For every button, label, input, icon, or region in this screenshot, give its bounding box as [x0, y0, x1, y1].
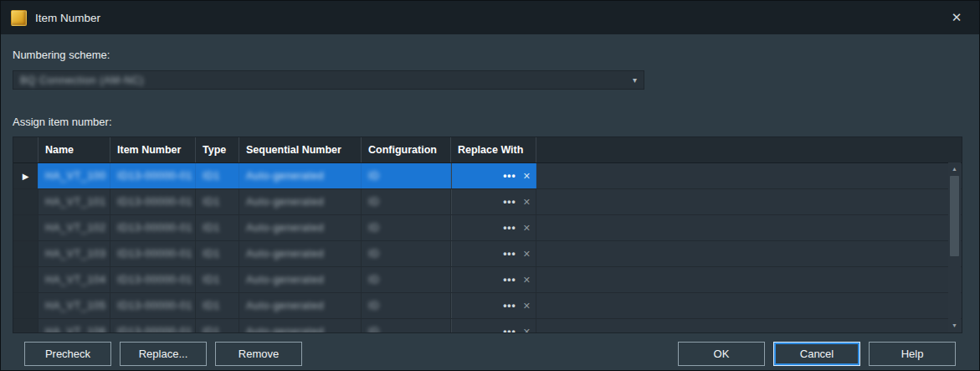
cell-configuration: ID [362, 163, 451, 188]
cell-type: ID1 [196, 189, 239, 214]
table-row[interactable]: ▶HA_VT_100ID13-00000-01ID1Auto-generated… [13, 163, 962, 189]
cell-replace-with: •••✕ [451, 163, 536, 188]
precheck-button[interactable]: Precheck [24, 342, 111, 366]
clear-icon[interactable]: ✕ [523, 327, 531, 334]
row-selector[interactable] [13, 189, 38, 214]
browse-button[interactable]: ••• [503, 274, 516, 286]
titlebar: Item Number ✕ [1, 1, 979, 34]
cell-configuration: ID [362, 189, 451, 214]
cell-text: Auto-generated [246, 248, 324, 260]
cell-replace-with: •••✕ [451, 319, 536, 333]
replace-button[interactable]: Replace... [120, 342, 207, 366]
cell-text: ID1 [203, 170, 220, 182]
scroll-up-icon[interactable]: ▲ [948, 162, 961, 175]
clear-icon[interactable]: ✕ [523, 249, 531, 260]
cell-name: HA_VT_102 [38, 215, 110, 240]
cell-configuration: ID [362, 267, 451, 292]
cell-text: ID1 [203, 300, 220, 312]
table-row[interactable]: HA_VT_105ID13-00000-01ID1Auto-generatedI… [13, 293, 962, 319]
column-header-configuration[interactable]: Configuration [362, 137, 451, 162]
close-icon[interactable]: ✕ [944, 10, 969, 25]
cell-text: Auto-generated [246, 326, 324, 333]
cell-text: Auto-generated [246, 222, 324, 234]
cell-text: Auto-generated [246, 274, 324, 286]
ok-button[interactable]: OK [678, 342, 765, 366]
vertical-scrollbar[interactable]: ▲ ▼ [948, 162, 961, 332]
browse-button[interactable]: ••• [503, 326, 516, 333]
browse-button[interactable]: ••• [503, 170, 516, 182]
clear-icon[interactable]: ✕ [523, 171, 531, 182]
chevron-down-icon[interactable]: ▾ [633, 75, 637, 85]
assign-item-number-label: Assign item number: [13, 115, 967, 130]
cell-text: ID [368, 222, 380, 234]
cell-type: ID1 [196, 241, 239, 266]
column-header-sequential-number[interactable]: Sequential Number [239, 137, 362, 162]
scroll-down-icon[interactable]: ▼ [948, 319, 961, 332]
item-icon [11, 10, 27, 26]
row-selector[interactable] [13, 319, 38, 333]
row-selector[interactable] [13, 241, 38, 266]
cell-text: ID1 [203, 222, 220, 234]
browse-button[interactable]: ••• [503, 222, 516, 234]
cell-type: ID1 [196, 215, 239, 240]
cell-item-number: ID13-00000-01 [110, 189, 196, 214]
cell-name: HA_VT_100 [38, 163, 110, 188]
cell-replace-with: •••✕ [451, 189, 536, 214]
grid-rows: ▶HA_VT_100ID13-00000-01ID1Auto-generated… [13, 163, 962, 333]
cell-sequential-number: Auto-generated [239, 215, 362, 240]
column-header-replace-with[interactable]: Replace With [451, 137, 536, 162]
clear-icon[interactable]: ✕ [523, 275, 531, 286]
browse-button[interactable]: ••• [503, 196, 516, 208]
cell-text: HA_VT_100 [45, 170, 106, 182]
row-selector[interactable] [13, 267, 38, 292]
clear-icon[interactable]: ✕ [523, 223, 531, 234]
cell-configuration: ID [362, 293, 451, 318]
cell-text: ID13-00000-01 [117, 326, 192, 333]
cell-text: ID13-00000-01 [117, 196, 192, 208]
cell-text: Auto-generated [246, 300, 324, 312]
scroll-thumb[interactable] [950, 176, 959, 256]
cell-text: ID [368, 326, 380, 333]
help-button[interactable]: Help [869, 342, 956, 366]
column-header-name[interactable]: Name [38, 137, 110, 162]
cell-text: ID1 [203, 196, 220, 208]
cell-name: HA_VT_105 [38, 293, 110, 318]
column-header-type[interactable]: Type [196, 137, 239, 162]
clear-icon[interactable]: ✕ [523, 197, 531, 208]
cell-replace-with: •••✕ [451, 267, 536, 292]
clear-icon[interactable]: ✕ [523, 301, 531, 312]
browse-button[interactable]: ••• [503, 248, 516, 260]
cell-text: ID [368, 170, 380, 182]
column-header-item-number[interactable]: Item Number [110, 137, 196, 162]
table-row[interactable]: HA_VT_106ID13-00000-01ID1Auto-generatedI… [13, 319, 962, 333]
cell-item-number: ID13-00000-01 [110, 241, 196, 266]
cell-type: ID1 [196, 267, 239, 292]
table-row[interactable]: HA_VT_102ID13-00000-01ID1Auto-generatedI… [13, 215, 962, 241]
row-selector[interactable] [13, 293, 38, 318]
numbering-scheme-select[interactable]: BQ Connection (AM-NC) ▾ [13, 70, 644, 90]
cell-text: ID [368, 248, 380, 260]
table-row[interactable]: HA_VT_103ID13-00000-01ID1Auto-generatedI… [13, 241, 962, 267]
table-row[interactable]: HA_VT_104ID13-00000-01ID1Auto-generatedI… [13, 267, 962, 293]
current-row-marker[interactable]: ▶ [13, 163, 38, 188]
cell-text: ID1 [203, 248, 220, 260]
cell-sequential-number: Auto-generated [239, 293, 362, 318]
browse-button[interactable]: ••• [503, 300, 516, 312]
cell-text: HA_VT_102 [45, 222, 106, 234]
cell-replace-with: •••✕ [451, 241, 536, 266]
remove-button[interactable]: Remove [215, 342, 302, 366]
table-row[interactable]: HA_VT_101ID13-00000-01ID1Auto-generatedI… [13, 189, 962, 215]
cell-name: HA_VT_106 [38, 319, 110, 333]
cell-text: ID [368, 274, 380, 286]
cell-item-number: ID13-00000-01 [110, 215, 196, 240]
row-selector[interactable] [13, 215, 38, 240]
window-title: Item Number [35, 12, 100, 24]
cell-text: HA_VT_101 [45, 196, 106, 208]
item-number-dialog: Item Number ✕ Numbering scheme: BQ Conne… [0, 0, 980, 371]
item-number-grid: NameItem NumberTypeSequential NumberConf… [13, 137, 962, 333]
cell-configuration: ID [362, 215, 451, 240]
row-selector-header [13, 137, 38, 162]
cancel-button[interactable]: Cancel [773, 342, 860, 366]
cell-name: HA_VT_104 [38, 267, 110, 292]
grid-header-row: NameItem NumberTypeSequential NumberConf… [13, 137, 962, 163]
